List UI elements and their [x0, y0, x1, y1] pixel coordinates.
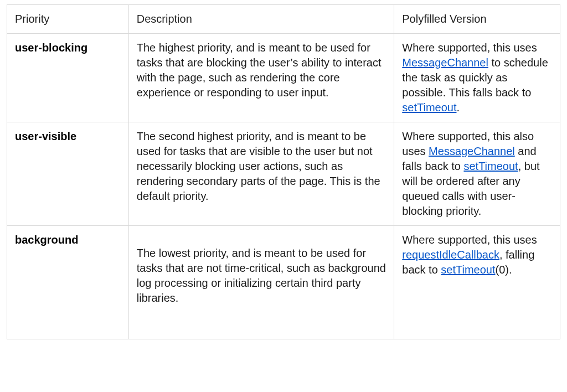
polyfill-text: (0).	[496, 264, 512, 276]
cell-polyfilled: Where supported, this also uses MessageC…	[394, 122, 560, 226]
link-settimeout[interactable]: setTimeout	[441, 264, 495, 276]
link-settimeout[interactable]: setTimeout	[463, 160, 518, 172]
table-header-row: Priority Description Polyfilled Version	[7, 5, 560, 34]
cell-description: The second highest priority, and is mean…	[128, 122, 394, 226]
link-requestidlecallback[interactable]: requestIdleCallback	[402, 249, 499, 261]
link-messagechannel[interactable]: MessageChannel	[429, 145, 515, 157]
table-row: user-blocking The highest priority, and …	[7, 34, 560, 122]
header-priority: Priority	[7, 5, 129, 34]
cell-description: The highest priority, and is meant to be…	[128, 34, 394, 122]
cell-priority: background	[7, 226, 129, 339]
cell-priority: user-blocking	[7, 34, 129, 122]
priority-name: user-blocking	[15, 42, 87, 54]
table-row: user-visible The second highest priority…	[7, 122, 560, 226]
table-row: background The lowest priority, and is m…	[7, 226, 560, 339]
polyfill-text: Where supported, this uses	[402, 42, 537, 54]
link-messagechannel[interactable]: MessageChannel	[402, 56, 488, 69]
cell-description: The lowest priority, and is meant to be …	[128, 226, 394, 339]
priority-name: user-visible	[15, 130, 76, 142]
cell-polyfilled: Where supported, this uses requestIdleCa…	[394, 226, 560, 339]
cell-priority: user-visible	[7, 122, 129, 226]
polyfill-text: .	[456, 101, 460, 114]
header-description: Description	[128, 5, 394, 34]
cell-polyfilled: Where supported, this uses MessageChanne…	[394, 34, 560, 122]
link-settimeout[interactable]: setTimeout	[402, 101, 456, 114]
priority-table: Priority Description Polyfilled Version …	[7, 4, 560, 339]
header-polyfilled: Polyfilled Version	[394, 5, 560, 34]
polyfill-text: Where supported, this uses	[402, 234, 537, 246]
priority-name: background	[15, 234, 78, 246]
